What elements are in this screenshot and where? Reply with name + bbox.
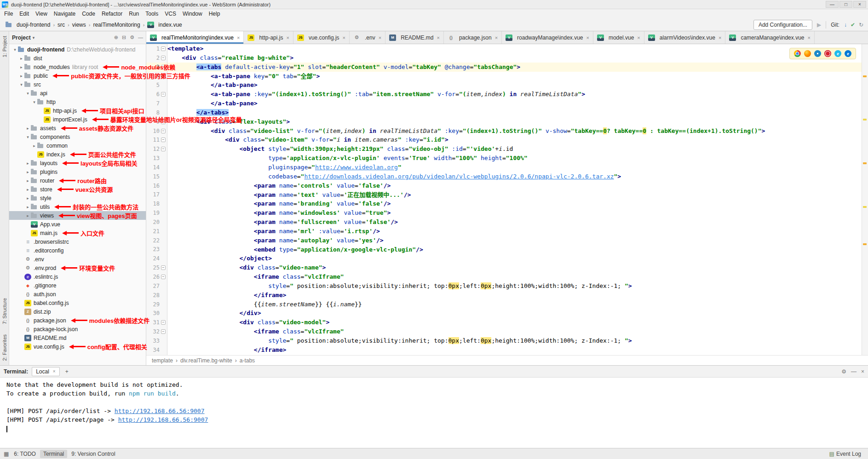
tree-item-public[interactable]: ▸publicpublic资源文件夹，一般放引用的第三方插件 (9, 71, 146, 80)
terminal-link[interactable]: http://192.168.66.56:9007 (118, 416, 208, 423)
fold-icon[interactable]: − (161, 46, 166, 51)
opera-icon[interactable] (824, 50, 831, 57)
tree-item-components[interactable]: ▾components (9, 132, 146, 141)
close-icon[interactable]: × (286, 35, 289, 40)
code-line-11[interactable]: <div class="video-item" v-for="i in item… (167, 135, 862, 144)
editor-breadcrumb-item[interactable]: a-tabs (240, 357, 255, 364)
code-lines[interactable]: <template> <div class="realTime bg-white… (167, 44, 862, 355)
chevron-icon[interactable]: ▸ (25, 187, 31, 192)
chevron-icon[interactable]: ▸ (25, 170, 31, 174)
code-line-9[interactable]: <div class="flex-layouts"> (167, 117, 862, 126)
new-terminal-icon[interactable]: + (63, 368, 70, 375)
menu-vcs[interactable]: VCS (161, 10, 179, 18)
terminal-tab-local[interactable]: Local × (32, 367, 60, 376)
chevron-icon[interactable]: ▸ (25, 213, 31, 218)
editor-scrollbar[interactable] (862, 44, 868, 355)
breadcrumb-item-realTimeMonitoring[interactable]: realTimeMonitoring (92, 21, 141, 29)
tree-item-.eslintrc.js[interactable]: e.eslintrc.js (9, 272, 146, 281)
tree-item-utils[interactable]: ▸utils封装的一些公共函数方法 (9, 202, 146, 211)
close-icon[interactable]: × (861, 368, 864, 375)
tree-item-.editorconfig[interactable]: ≡.editorconfig (9, 246, 146, 255)
settings-icon[interactable]: ⚙ (841, 368, 846, 375)
tree-item-main.js[interactable]: JSmain.js入口文件 (9, 229, 146, 237)
code-line-14[interactable]: pluginspage="http://www.videolan.org" (167, 163, 862, 172)
chevron-icon[interactable]: ▸ (31, 143, 37, 148)
fold-icon[interactable]: − (161, 320, 166, 325)
menu-refactor[interactable]: Refactor (98, 10, 126, 18)
code-line-29[interactable]: {{item.streetName}} {{i.name}} (167, 300, 862, 309)
code-line-34[interactable]: </iframe> (167, 345, 862, 355)
menu-navigate[interactable]: Navigate (51, 10, 79, 18)
tab-model.vue[interactable]: Vmodel.vue× (593, 31, 644, 44)
close-icon[interactable]: × (719, 35, 721, 40)
close-icon[interactable]: × (495, 35, 498, 40)
tab-cameraManage\index.vue[interactable]: VcameraManage\index.vue× (725, 31, 815, 44)
tree-item-.browserslistrc[interactable]: ≡.browserslistrc (9, 237, 146, 246)
menu-window[interactable]: Window (179, 10, 206, 18)
menu-edit[interactable]: Edit (16, 10, 32, 18)
terminal-output[interactable]: Note that the development build is not o… (0, 378, 868, 448)
tab-.env[interactable]: ⚙.env× (350, 31, 385, 44)
editor-breadcrumb-item[interactable]: div.realTime.bg-white (180, 357, 232, 364)
breadcrumb-item-src[interactable]: src (57, 21, 66, 29)
tree-item-package.json[interactable]: {}package.jsonmodules依赖描述文件 (9, 316, 146, 325)
toolwindow-button-2-favorites[interactable]: 2: Favorites (1, 333, 8, 362)
chevron-icon[interactable]: ▸ (25, 205, 31, 209)
chevron-icon[interactable]: ▾ (25, 91, 31, 96)
code-line-1[interactable]: <template> (167, 44, 862, 53)
code-line-31[interactable]: <div class="video-model"> (167, 318, 862, 327)
code-line-25[interactable]: <div class="video-name"> (167, 263, 862, 272)
maximize-button[interactable]: □ (839, 1, 852, 8)
code-line-18[interactable]: <param name='branding' value='false'/> (167, 199, 862, 208)
breadcrumb-item-views[interactable]: views (71, 21, 87, 29)
chevron-icon[interactable]: ▾ (12, 47, 18, 52)
firefox-icon[interactable] (804, 50, 811, 57)
code-line-24[interactable]: </object> (167, 254, 862, 263)
history-icon[interactable]: ↻ (859, 22, 863, 28)
toolwindow-button-1-project[interactable]: 1: Project (1, 34, 8, 59)
code-line-26[interactable]: <iframe class="vlcIframe" (167, 272, 862, 281)
git-commit-icon[interactable]: ✔ (851, 22, 855, 28)
code-line-30[interactable]: </div> (167, 309, 862, 318)
tree-item-views[interactable]: ▸viewsview视图、pages页面 (9, 211, 146, 220)
code-line-15[interactable]: codebase="http://downloads.videolan.org/… (167, 172, 862, 181)
tree-item-plugins[interactable]: ▸plugins (9, 167, 146, 176)
chevron-icon[interactable]: ▸ (18, 65, 24, 69)
tree-item-.gitignore[interactable]: ◆.gitignore (9, 281, 146, 290)
tree-item-index.js[interactable]: JSindex.js页面公共组件文件 (9, 150, 146, 159)
code-line-21[interactable]: <param name='mrl' :value='i.rtsp'/> (167, 227, 862, 236)
tree-item-router[interactable]: ▸routerrouter路由 (9, 176, 146, 185)
chevron-icon[interactable]: ▾ (31, 100, 37, 104)
code-line-8[interactable]: </a-tabs> (167, 108, 862, 117)
code-line-6[interactable]: <a-tab-pane :key="(index+1).toString()" … (167, 90, 862, 99)
code-line-32[interactable]: <iframe class="vlcIframe" (167, 327, 862, 336)
run-icon[interactable]: ▶ (817, 22, 821, 28)
tree-item-.env[interactable]: ⚙.env (9, 255, 146, 264)
ie-icon[interactable]: e (834, 50, 841, 57)
tree-item-api[interactable]: ▾api (9, 89, 146, 98)
minimize-button[interactable]: — (826, 1, 839, 8)
close-icon[interactable]: × (586, 35, 589, 40)
fold-icon[interactable]: − (161, 56, 166, 60)
chevron-icon[interactable]: ▸ (25, 196, 31, 201)
fold-icon[interactable]: − (161, 92, 166, 97)
chevron-down-icon[interactable]: ▾ (33, 35, 35, 40)
terminal-link[interactable]: http://192.168.66.56:9007 (115, 407, 205, 414)
close-icon[interactable]: × (53, 369, 56, 374)
menu-run[interactable]: Run (126, 10, 142, 18)
tree-item-App.vue[interactable]: VApp.vue (9, 220, 146, 229)
code-line-5[interactable]: </a-tab-pane> (167, 80, 862, 90)
tree-item-http-api.js[interactable]: JShttp-api.js项目相关api接口 (9, 106, 146, 115)
add-configuration-button[interactable]: Add Configuration... (753, 20, 812, 30)
fold-icon[interactable]: − (161, 147, 166, 151)
tree-item-duoji-frontend[interactable]: ▾duoji-frontendD:\zheheWeb\duoji-fronten… (9, 45, 146, 54)
tree-item-src[interactable]: ▾src (9, 80, 146, 89)
tree-item-http[interactable]: ▾http (9, 98, 146, 106)
tree-item-style[interactable]: ▸style (9, 194, 146, 202)
editor-breadcrumb-item[interactable]: template (152, 357, 173, 364)
git-update-icon[interactable]: ↓ (844, 22, 847, 28)
code-line-12[interactable]: <object style="width:390px;height:219px"… (167, 144, 862, 154)
tab-vue.config.js[interactable]: JSvue.config.js× (293, 31, 350, 44)
tree-item-vue.config.js[interactable]: JSvue.config.jsconfig配置、代理相关 (9, 342, 146, 351)
close-icon[interactable]: × (807, 35, 810, 40)
